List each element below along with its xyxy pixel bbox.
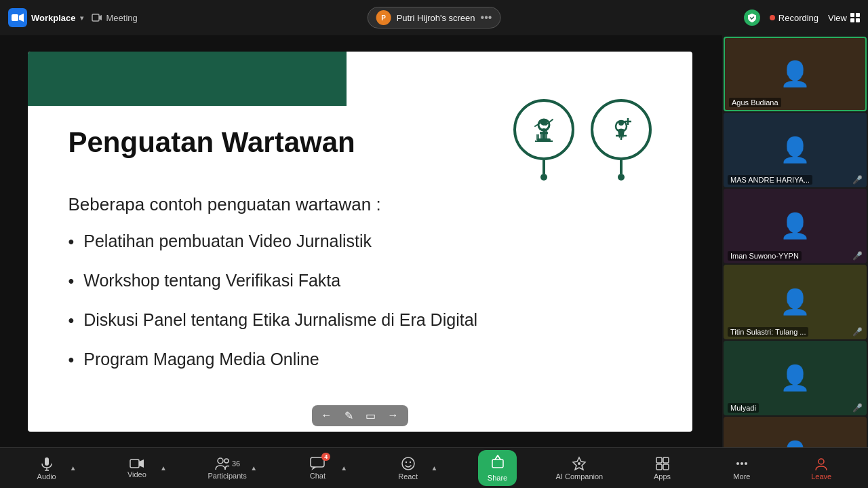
svg-point-23 [218,458,223,464]
recording-dot [770,15,775,20]
bullet-2: • Workshop tentang Verifikasi Fakta [68,271,478,291]
svg-point-37 [736,462,739,465]
participants-button[interactable]: 36 Participants [207,457,248,480]
meeting-label: Meeting [106,13,138,23]
bullet-4: • Program Magang Media Online [68,350,478,370]
audio-label: Audio [37,472,56,481]
share-button[interactable]: Share [478,450,517,486]
participants-icon: 36 [214,457,240,470]
svg-point-11 [540,119,547,126]
ai-companion-label: AI Companion [556,472,604,481]
svg-point-24 [224,459,229,463]
svg-point-29 [409,461,410,462]
slide-subtitle: Beberapa contoh penguatan wartawan : [68,194,381,215]
leave-button[interactable]: Leave [801,456,842,481]
participant-card: 👤 Titin Sulastri: Tulang ... 🎤 [724,265,867,339]
slide-container: Penguatan Wartawan [28,52,692,432]
pen-tool-button[interactable]: ✎ [342,408,356,424]
svg-point-38 [741,462,743,465]
recording-indicator: Recording [770,13,818,23]
apps-icon [655,456,670,471]
react-button[interactable]: React [388,456,429,481]
participant-name-4: Titin Sulastri: Tulang ... [728,327,808,337]
svg-point-39 [745,462,747,465]
apps-button[interactable]: Apps [642,456,683,481]
svg-marker-26 [311,467,317,470]
svg-point-40 [818,459,824,464]
react-label: React [398,472,418,481]
chat-group: 4 Chat ▲ [297,457,349,480]
svg-point-27 [402,457,414,470]
leave-label: Leave [811,472,831,481]
slide-area: Penguatan Wartawan [0,35,719,447]
chat-badge: 4 [321,453,330,461]
participant-thumb-6: 👤 [724,417,867,447]
participant-mic-5: 🎤 [852,403,863,413]
audio-caret[interactable]: ▲ [68,464,78,472]
slide-title: Penguatan Wartawan [68,126,355,159]
video-caret[interactable]: ▲ [159,464,168,472]
bullet-3: • Diskusi Panel tentang Etika Jurnalisme… [68,310,478,331]
more-icon [734,456,749,471]
participants-label: Participants [208,472,246,480]
ai-companion-icon [572,456,587,471]
svg-rect-18 [45,457,49,466]
zoom-icon [8,8,27,27]
svg-rect-33 [656,457,662,463]
bottom-bar: Audio ▲ Video ▲ [0,447,868,488]
video-icon [130,458,144,469]
screen-share-more[interactable]: ••• [481,12,492,24]
pin-circle-2 [591,99,652,160]
slide-bullets: • Pelatihan pembuatan Video Jurnalistik … [68,231,478,370]
rect-tool-button[interactable]: ▭ [363,408,378,424]
pin-icon-2 [591,99,652,181]
slide-green-header [28,52,347,106]
video-label: Video [127,470,146,478]
annotation-toolbar: ← ✎ ▭ → [312,405,408,426]
svg-rect-34 [663,457,669,463]
main-content: Penguatan Wartawan [0,35,868,447]
audio-button[interactable]: Audio [26,456,67,481]
bullet-1: • Pelatihan pembuatan Video Jurnalistik [68,231,478,252]
audio-icon [39,456,54,471]
forward-tool-button[interactable]: → [385,408,401,423]
participants-caret[interactable]: ▲ [249,464,258,472]
react-caret[interactable]: ▲ [430,464,439,472]
participant-name-1: Agus Budiana [729,98,781,107]
screen-share-avatar: P [376,10,391,25]
video-button[interactable]: Video [117,458,157,478]
video-group: Video ▲ [117,458,168,478]
react-group: React ▲ [388,456,439,481]
participant-mic-3: 🎤 [852,251,863,261]
zoom-logo: Workplace ▾ [8,8,83,27]
participants-panel: 👤 Agus Budiana 👤 MAS ANDRE HARIYA... 🎤 👤… [722,35,868,447]
participants-count: 36 [232,459,240,468]
view-button[interactable]: View [828,13,860,23]
chat-button[interactable]: 4 Chat [297,457,338,480]
participant-mic-2: 🎤 [852,175,863,185]
participant-card: 👤 Agus Budiana [724,37,867,111]
chat-caret[interactable]: ▲ [339,464,349,472]
screen-share-pill: P Putri Hijroh's screen ••• [368,7,501,29]
more-button[interactable]: More [722,456,762,481]
svg-rect-36 [663,464,669,470]
svg-marker-22 [139,459,144,468]
ai-companion-button[interactable]: AI Companion [556,456,604,481]
svg-rect-9 [540,132,543,140]
back-tool-button[interactable]: ← [319,408,335,423]
pin-circle-1 [513,99,574,160]
participant-card: 👤 Zakaria Analis 🎤 [724,417,867,447]
svg-rect-30 [492,459,503,468]
svg-rect-2 [92,14,99,21]
slide-icons [513,99,652,181]
svg-rect-21 [130,459,139,468]
view-label: View [828,13,847,23]
screen-share-label: Putri Hijroh's screen [397,13,475,23]
svg-rect-35 [656,464,662,470]
participant-name-5: Mulyadi [728,403,759,413]
recording-label: Recording [778,13,818,23]
workplace-dropdown[interactable]: ▾ [80,14,83,22]
svg-rect-8 [536,134,539,140]
participant-name-2: MAS ANDRE HARIYA... [728,175,812,185]
meeting-button[interactable]: Meeting [92,12,138,23]
